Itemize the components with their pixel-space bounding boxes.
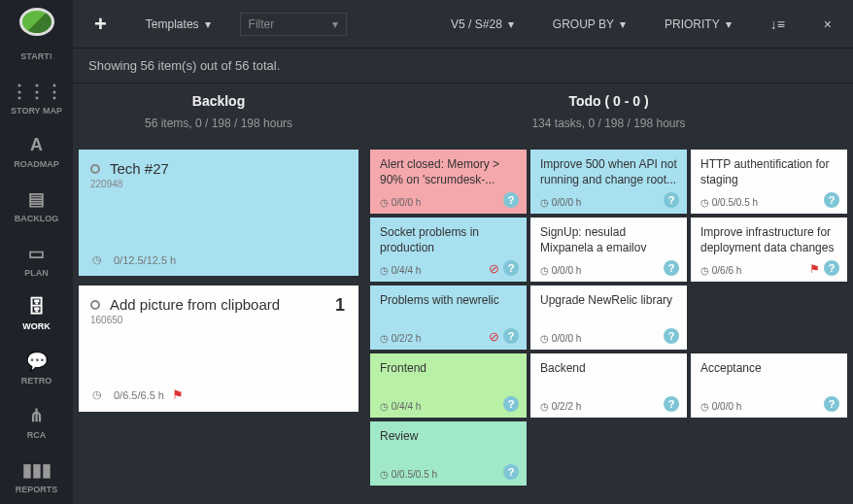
templates-dropdown[interactable]: Templates ▾ — [136, 12, 221, 37]
app-logo[interactable] — [19, 8, 54, 36]
card-hours: 0/6/6 h — [712, 265, 742, 276]
backlog-card[interactable]: Tech #272209480/12.5/12.5 h — [79, 150, 358, 276]
todo-card[interactable]: Improve infrastructure for deployment da… — [691, 218, 847, 282]
status-text: Showing 56 item(s) out of 56 total. — [73, 49, 853, 84]
help-icon[interactable]: ? — [503, 192, 519, 208]
help-icon[interactable]: ? — [503, 464, 519, 480]
version-dropdown[interactable]: V5 / S#28 ▾ — [441, 12, 524, 37]
help-icon[interactable]: ? — [503, 328, 519, 344]
help-icon[interactable]: ? — [664, 396, 679, 412]
nav-icon: 💬 — [26, 351, 48, 372]
sidebar-item-start![interactable]: START! — [11, 42, 63, 71]
card-title: Tech #27 — [110, 160, 169, 177]
todo-card[interactable]: SignUp: nesulad Mixpanela a emailov◷ 0/0… — [530, 218, 687, 282]
groupby-dropdown[interactable]: GROUP BY ▾ — [543, 12, 635, 37]
priority-dropdown[interactable]: PRIORITY ▾ — [655, 12, 741, 37]
card-title: Improve infrastructure for deployment da… — [700, 225, 837, 255]
sidebar-item-plan[interactable]: ▭PLAN — [11, 233, 63, 287]
sidebar-item-retro[interactable]: 💬RETRO — [11, 341, 63, 395]
card-hours: 0/0/0 h — [552, 333, 582, 344]
filter-input[interactable]: Filter▾ — [240, 13, 348, 36]
card-title: HTTP authentification for staging — [700, 157, 837, 187]
help-icon[interactable]: ? — [503, 396, 519, 412]
help-icon[interactable]: ? — [824, 396, 839, 412]
card-hours: 0/0.5/0.5 h — [712, 197, 758, 208]
clock-icon: ◷ — [540, 197, 549, 208]
chevron-down-icon: ▾ — [620, 17, 626, 31]
nav-label: REPORTS — [16, 485, 58, 494]
todo-card[interactable]: Problems with newrelic◷ 0/2/2 h⊘? — [370, 286, 527, 350]
card-id: 220948 — [90, 179, 347, 189]
sidebar: START!⋮⋮⋮STORY MAPAROADMAP▤BACKLOG▭PLAN🗄… — [0, 0, 73, 504]
column-title: Todo ( 0 - 0 ) — [364, 93, 853, 109]
warning-icon: ⊘ — [489, 329, 499, 344]
nav-icon: 🗄 — [28, 297, 46, 318]
nav-icon: ▤ — [28, 188, 45, 210]
card-hours: 0/0.5/0.5 h — [392, 469, 437, 480]
close-button[interactable]: × — [814, 11, 841, 38]
nav-label: START! — [20, 51, 51, 61]
clock-icon: ◷ — [700, 197, 709, 208]
sidebar-item-reports[interactable]: ▮▮▮REPORTS — [11, 450, 63, 504]
todo-card[interactable]: Review◷ 0/0.5/0.5 h? — [370, 421, 527, 486]
todo-card[interactable]: Backend◷ 0/2/2 h? — [530, 353, 687, 418]
todo-card[interactable]: Upgrade NewRelic library◷ 0/0/0 h? — [530, 286, 687, 350]
flag-icon: ⚑ — [809, 262, 820, 276]
toolbar: + Templates ▾ Filter▾ V5 / S#28 ▾ GROUP … — [73, 0, 853, 49]
todo-card[interactable]: Frontend◷ 0/4/4 h? — [370, 353, 527, 418]
sidebar-item-work[interactable]: 🗄WORK — [11, 287, 63, 341]
warning-icon: ⊘ — [489, 261, 499, 276]
todo-card[interactable]: Alert closed: Memory > 90% on 'scrumdesk… — [370, 150, 527, 214]
sidebar-item-roadmap[interactable]: AROADMAP — [11, 125, 63, 179]
clock-icon — [92, 253, 106, 266]
nav-label: BACKLOG — [15, 214, 59, 223]
clock-icon: ◷ — [380, 401, 389, 412]
chevron-down-icon: ▾ — [508, 17, 514, 31]
card-hours: 0/0/0 h — [392, 197, 422, 208]
card-hours: 0/2/2 h — [552, 401, 582, 412]
sidebar-item-rca[interactable]: ⋔RCA — [11, 395, 63, 450]
help-icon[interactable]: ? — [824, 260, 839, 276]
add-button[interactable]: + — [85, 6, 117, 43]
backlog-card[interactable]: 1Add picture from clipboard1606500/6.5/6… — [79, 286, 358, 412]
nav-label: WORK — [22, 321, 51, 331]
todo-card[interactable]: Improve 500 when API not running and cha… — [530, 150, 687, 214]
help-icon[interactable]: ? — [664, 328, 679, 344]
sidebar-item-backlog[interactable]: ▤BACKLOG — [11, 179, 63, 233]
card-id: 160650 — [90, 315, 347, 325]
chevron-down-icon: ▾ — [332, 17, 338, 31]
sidebar-item-story-map[interactable]: ⋮⋮⋮STORY MAP — [11, 71, 63, 125]
nav-icon: ⋮⋮⋮ — [11, 81, 63, 102]
column-subtitle: 56 items, 0 / 198 / 198 hours — [73, 117, 364, 138]
clock-icon: ◷ — [540, 401, 549, 412]
clock-icon: ◷ — [380, 197, 389, 208]
card-hours: 0/0/0 h — [712, 401, 742, 412]
card-title: Upgrade NewRelic library — [540, 293, 677, 309]
card-badge: 1 — [335, 295, 345, 316]
status-dot-icon — [90, 164, 100, 174]
card-hours: 0/6.5/6.5 h — [114, 389, 164, 401]
card-hours: 0/12.5/12.5 h — [114, 254, 176, 266]
card-hours: 0/0/0 h — [552, 197, 582, 208]
column-backlog: Backlog 56 items, 0 / 198 / 198 hours Te… — [73, 84, 364, 504]
sort-button[interactable]: ↓≡ — [761, 11, 795, 38]
card-hours: 0/0/0 h — [552, 265, 582, 276]
card-hours: 0/4/4 h — [392, 265, 422, 276]
help-icon[interactable]: ? — [664, 260, 679, 276]
todo-card[interactable]: HTTP authentification for staging◷ 0/0.5… — [691, 150, 847, 214]
main-area: + Templates ▾ Filter▾ V5 / S#28 ▾ GROUP … — [73, 0, 853, 504]
flag-icon: ⚑ — [172, 387, 184, 402]
help-icon[interactable]: ? — [824, 192, 839, 208]
todo-card[interactable]: Acceptance◷ 0/0/0 h? — [691, 353, 847, 418]
clock-icon: ◷ — [540, 265, 549, 276]
todo-card[interactable]: Socket problems in production◷ 0/4/4 h⊘? — [370, 218, 527, 282]
help-icon[interactable]: ? — [664, 192, 679, 208]
card-title: Backend — [540, 361, 677, 377]
nav-icon: ▮▮▮ — [22, 459, 51, 481]
nav-icon: ▭ — [28, 243, 45, 264]
card-title: Problems with newrelic — [380, 293, 517, 309]
help-icon[interactable]: ? — [503, 260, 519, 276]
clock-icon: ◷ — [380, 265, 389, 276]
nav-label: RETRO — [21, 376, 52, 386]
card-title: Frontend — [380, 361, 517, 377]
